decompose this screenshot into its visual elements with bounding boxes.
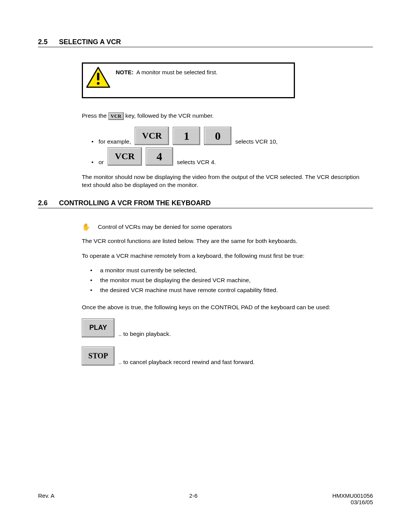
svg-rect-1: [97, 73, 99, 80]
digit-4-key: 4: [146, 147, 173, 166]
section-number: 2.6: [38, 199, 48, 207]
note-text: NOTE: A monitor must be selected first.: [116, 67, 218, 75]
section-number: 2.5: [38, 38, 48, 46]
play-row: PLAY .. to begin playback.: [82, 318, 365, 337]
section-header-2-6: 2.6 CONTROLLING A VCR FROM THE KEYBOARD: [38, 199, 373, 208]
section-header-2-5: 2.5 SELECTING A VCR: [38, 38, 373, 47]
p3: Once the above is true, the following ke…: [82, 304, 365, 312]
example1-post: selects VCR 10,: [235, 138, 277, 145]
note-box: NOTE: A monitor must be selected first.: [82, 62, 295, 98]
footer-page: 2-6: [189, 492, 198, 505]
svg-point-2: [97, 82, 100, 85]
footer-doc: HMXMU001056: [332, 492, 373, 499]
example2-post: selects VCR 4.: [177, 159, 216, 166]
footer-date: 03/16/05: [351, 499, 373, 505]
vcr-key-small: VCR: [108, 112, 124, 120]
hand-note: ✋ Control of VCRs may be denied for some…: [82, 224, 365, 230]
hand-icon: ✋: [82, 224, 90, 230]
note-body: A monitor must be selected first.: [136, 69, 217, 75]
p2: To operate a VCR machine remotely from a…: [82, 252, 365, 260]
play-text: .. to begin playback.: [118, 331, 171, 337]
bullet-icon: •: [90, 159, 95, 166]
requirement-list: a monitor must currently be selected, th…: [90, 267, 365, 294]
warning-icon: [86, 67, 110, 88]
example-row-1: • for example, VCR 1 0 selects VCR 10,: [90, 127, 365, 145]
footer-right: HMXMU001056 03/16/05: [332, 492, 373, 505]
section-26-body: ✋ Control of VCRs may be denied for some…: [82, 224, 365, 366]
stop-row: STOP .. to cancel playback record rewind…: [82, 347, 365, 366]
section-title: CONTROLLING A VCR FROM THE KEYBOARD: [59, 199, 211, 207]
footer-rev: Rev. A: [38, 492, 54, 505]
note-label: NOTE:: [116, 69, 134, 75]
digit-0-key: 0: [204, 127, 231, 145]
list-item: the monitor must be displaying the desir…: [90, 277, 365, 284]
example2-pre: or: [99, 159, 104, 166]
example-row-2: • or VCR 4 selects VCR 4.: [90, 147, 365, 166]
p1: The VCR control functions are listed bel…: [82, 237, 365, 245]
play-key: PLAY: [82, 318, 115, 337]
digit-1-key: 1: [173, 127, 200, 145]
example1-pre: for example,: [99, 138, 131, 145]
bullet-icon: •: [90, 138, 95, 145]
section-title: SELECTING A VCR: [59, 38, 121, 46]
stop-text: .. to cancel playback record rewind and …: [118, 359, 255, 366]
after-paragraph: The monitor should now be displaying the…: [82, 173, 365, 189]
press-line: Press the VCR key, followed by the VCR n…: [82, 112, 365, 120]
list-item: the desired VCR machine must have remote…: [90, 287, 365, 294]
section-25-body: NOTE: A monitor must be selected first. …: [82, 62, 365, 189]
page-footer: Rev. A 2-6 HMXMU001056 03/16/05: [38, 492, 373, 505]
vcr-key: VCR: [108, 147, 142, 166]
vcr-key: VCR: [135, 127, 169, 145]
stop-key: STOP: [82, 347, 115, 366]
list-item: a monitor must currently be selected,: [90, 267, 365, 274]
hand-text: Control of VCRs may be denied for some o…: [98, 224, 232, 230]
